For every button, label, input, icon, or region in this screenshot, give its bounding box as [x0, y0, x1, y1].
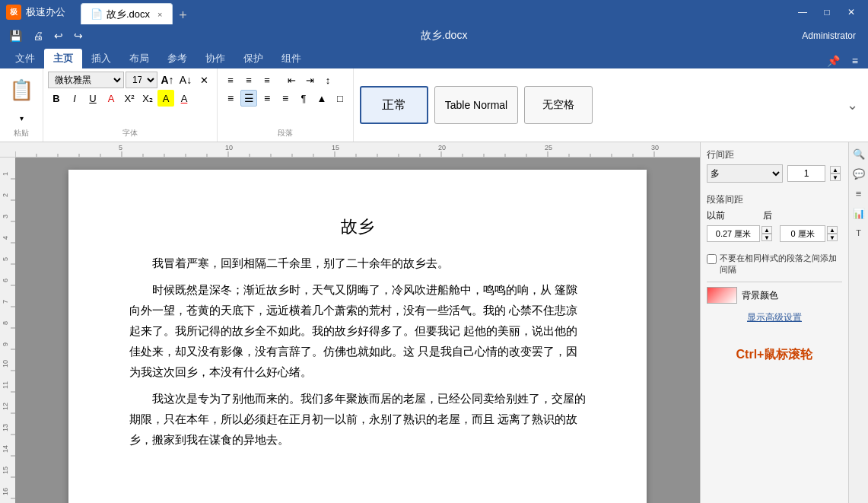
document-area[interactable]: 故乡 我冒着严寒，回到相隔二千余里，别了二十余年的故乡去。 时候既然是深冬；渐近…	[15, 158, 700, 503]
sidebar-text-btn[interactable]: T	[851, 224, 867, 241]
ordered-list-btn[interactable]: ≡	[240, 72, 257, 88]
after-down[interactable]: ▼	[827, 234, 838, 241]
after-label: 后	[763, 209, 772, 222]
doc-tab-icon: 📄	[91, 8, 103, 20]
paste-dropdown[interactable]: ▾	[13, 110, 30, 126]
borders-btn[interactable]: □	[332, 90, 348, 107]
ribbon-menu-btn[interactable]: ≡	[848, 53, 862, 68]
doc-para-3[interactable]: 我这次是专为了别他而来的。我们多年聚族而居的老屋，已经公同卖给别姓了，交屋的期限…	[129, 389, 586, 450]
para-spacing-section: 段落间距 以前 后 ▲ ▼ ▲ ▼	[707, 193, 842, 245]
window-controls: — □ ✕	[792, 5, 862, 20]
para-sort-btn[interactable]: ↕	[320, 72, 336, 88]
left-ruler	[0, 158, 15, 503]
align-right-btn[interactable]: ≡	[259, 90, 275, 107]
tabs: 📄 故乡.docx × +	[81, 0, 792, 24]
underline-btn[interactable]: U	[84, 90, 101, 107]
bold-btn[interactable]: B	[48, 90, 65, 107]
ribbon-tabs: 文件 主页 插入 布局 参考 协作 保护 组件 📌 ≡	[0, 47, 868, 68]
line-spacing-select[interactable]: 多 单倍行距 1.5倍行距 2倍行距	[707, 164, 783, 183]
line-spacing-down[interactable]: ▼	[830, 174, 841, 181]
sidebar-nav-btn[interactable]: ≡	[851, 185, 867, 202]
save-quick-btn[interactable]: 💾	[6, 28, 25, 43]
same-style-checkbox[interactable]	[707, 254, 717, 264]
undo-quick-btn[interactable]: ↩	[51, 28, 66, 43]
app-icon: 极	[6, 5, 21, 20]
sidebar-comment-btn[interactable]: 💬	[851, 165, 867, 182]
same-style-label: 不要在相同样式的段落之间添加间隔	[720, 253, 842, 275]
increase-indent-btn[interactable]: ⇥	[301, 72, 318, 88]
after-up[interactable]: ▲	[827, 226, 838, 234]
align-left-btn[interactable]: ≡	[222, 90, 239, 107]
user-label: Administrator	[802, 30, 862, 41]
before-label: 以前	[707, 209, 725, 222]
style-table-normal[interactable]: Table Normal	[434, 86, 518, 124]
align-justify-btn[interactable]: ≡	[277, 90, 294, 107]
subscript-btn[interactable]: X₂	[139, 90, 156, 107]
tab-ref[interactable]: 参考	[158, 49, 196, 68]
font-shrink-btn[interactable]: A↓	[177, 72, 194, 88]
tab-insert[interactable]: 插入	[82, 49, 120, 68]
highlight-btn[interactable]: A	[157, 90, 174, 107]
file-title: 故乡.docx	[86, 29, 802, 43]
superscript-btn[interactable]: X²	[121, 90, 138, 107]
sidebar-search-btn[interactable]: 🔍	[851, 145, 867, 162]
before-down[interactable]: ▼	[761, 234, 772, 241]
para-spacing-values: ▲ ▼ ▲ ▼	[707, 225, 842, 242]
doc-para-1[interactable]: 我冒着严寒，回到相隔二千余里，别了二十余年的故乡去。	[129, 253, 586, 274]
paste-btn[interactable]: 📋	[5, 72, 38, 108]
font-color-btn[interactable]: A	[103, 90, 119, 107]
clear-format-btn[interactable]: ✕	[196, 72, 212, 88]
line-spacing-row: 多 单倍行距 1.5倍行距 2倍行距 ▲ ▼	[707, 164, 842, 183]
decrease-indent-btn[interactable]: ⇤	[283, 72, 300, 88]
minimize-btn[interactable]: —	[792, 5, 813, 20]
font-name-select[interactable]: 微软雅黑	[48, 72, 124, 88]
doc-para-2[interactable]: 时候既然是深冬；渐近故乡时，天气又阴晦了，冷风吹进船舱中，鸣鸣的响，从 篷隙向外…	[129, 280, 586, 383]
line-spacing-spin: ▲ ▼	[830, 166, 841, 181]
line-spacing-up[interactable]: ▲	[830, 166, 841, 174]
shading-btn[interactable]: ▲	[313, 90, 330, 107]
maximize-btn[interactable]: □	[816, 5, 838, 20]
style-normal[interactable]: 正常	[360, 86, 428, 124]
advanced-settings-link[interactable]: 显示高级设置	[707, 311, 842, 324]
before-spacing-spin: ▲ ▼	[761, 226, 772, 241]
after-spacing-input[interactable]	[780, 225, 825, 242]
paste-group: 📋 ▾ 粘贴	[0, 68, 43, 142]
after-spacing-spin: ▲ ▼	[827, 226, 838, 241]
unordered-list-btn[interactable]: ≡	[222, 72, 239, 88]
tab-file[interactable]: 文件	[6, 49, 44, 68]
tab-components[interactable]: 组件	[272, 49, 310, 68]
ribbon: 📋 ▾ 粘贴 微软雅黑 17.5 A↑ A↓ ✕	[0, 68, 868, 142]
sidebar-chart-btn[interactable]: 📊	[851, 205, 867, 221]
print-quick-btn[interactable]: 🖨	[30, 28, 46, 43]
font-grow-btn[interactable]: A↑	[159, 72, 176, 88]
font-color2-btn[interactable]: A	[176, 90, 192, 107]
bg-color-label: 背景颜色	[742, 289, 778, 302]
font-group-label: 字体	[48, 126, 212, 138]
tab-home[interactable]: 主页	[44, 49, 82, 68]
font-size-select[interactable]: 17.5	[126, 72, 157, 88]
redo-quick-btn[interactable]: ↪	[71, 28, 86, 43]
left-ruler-canvas	[0, 158, 15, 503]
doc-tab[interactable]: 📄 故乡.docx ×	[81, 3, 173, 24]
ruler	[0, 142, 700, 158]
line-spacing-value[interactable]	[787, 165, 825, 182]
bg-color-preview[interactable]	[707, 287, 737, 304]
tab-layout[interactable]: 布局	[120, 49, 158, 68]
before-up[interactable]: ▲	[761, 226, 772, 234]
new-tab-btn[interactable]: +	[174, 6, 192, 24]
styles-expand-btn[interactable]: ⌄	[847, 97, 862, 113]
tab-close-btn[interactable]: ×	[157, 10, 162, 19]
italic-btn[interactable]: I	[66, 90, 83, 107]
tab-collab[interactable]: 协作	[196, 49, 234, 68]
styles-group: 正常 Table Normal 无空格 ⌄	[354, 68, 868, 142]
align-center-btn[interactable]: ☰	[240, 90, 257, 107]
ribbon-pin-btn[interactable]: 📌	[823, 53, 844, 68]
tab-protect[interactable]: 保护	[234, 49, 272, 68]
close-btn[interactable]: ✕	[841, 5, 862, 20]
paste-icon: 📋	[9, 78, 33, 102]
list-level-btn[interactable]: ≡	[259, 72, 275, 88]
style-no-space[interactable]: 无空格	[524, 86, 593, 124]
para-mark-btn[interactable]: ¶	[295, 90, 312, 107]
before-spacing-input[interactable]	[707, 225, 760, 242]
doc-title: 故乡	[129, 215, 586, 238]
